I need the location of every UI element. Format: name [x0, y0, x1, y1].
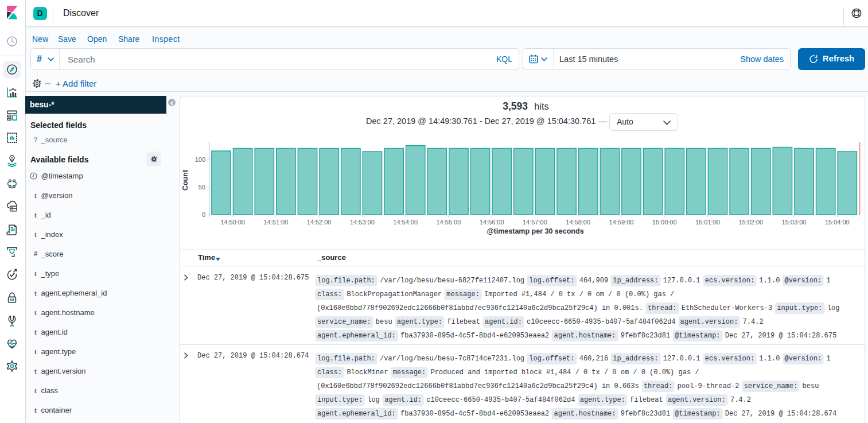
svg-text:14:57:00: 14:57:00 — [523, 219, 547, 226]
svg-text:15:00:00: 15:00:00 — [652, 219, 677, 226]
svg-text:15:01:00: 15:01:00 — [695, 219, 720, 226]
svg-text:14:56:00: 14:56:00 — [480, 219, 504, 226]
svg-text:14:55:00: 14:55:00 — [436, 219, 461, 226]
svg-text:0: 0 — [202, 211, 205, 218]
svg-text:50: 50 — [198, 184, 205, 191]
svg-text:15:02:00: 15:02:00 — [738, 219, 763, 226]
svg-text:14:50:00: 14:50:00 — [220, 219, 245, 226]
svg-text:15:04:00: 15:04:00 — [825, 219, 850, 226]
svg-text:@timestamp per 30 seconds: @timestamp per 30 seconds — [486, 227, 583, 235]
svg-text:Count: Count — [181, 169, 189, 191]
svg-text:15:03:00: 15:03:00 — [782, 219, 807, 226]
svg-text:14:51:00: 14:51:00 — [263, 219, 288, 226]
svg-text:14:53:00: 14:53:00 — [350, 219, 375, 226]
svg-text:14:52:00: 14:52:00 — [307, 219, 332, 226]
svg-text:14:54:00: 14:54:00 — [393, 219, 418, 226]
svg-text:14:59:00: 14:59:00 — [609, 219, 634, 226]
svg-text:100: 100 — [195, 156, 205, 163]
svg-text:14:58:00: 14:58:00 — [566, 219, 590, 226]
